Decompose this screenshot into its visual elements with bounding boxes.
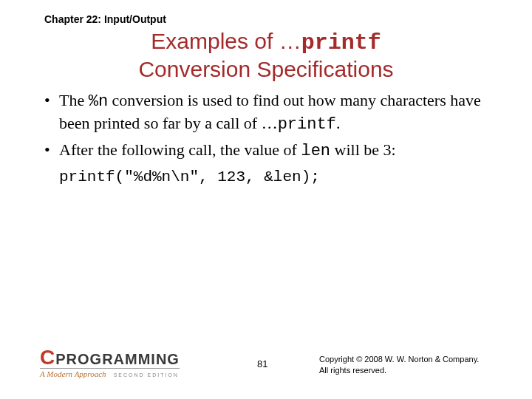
logo-c-letter: C	[40, 347, 54, 368]
bullet-item: After the following call, the value of l…	[41, 140, 492, 163]
inline-code: printf	[278, 115, 336, 134]
code-example: printf("%d%n\n", 123, &len);	[41, 167, 492, 187]
logo-edition: SECOND EDITION	[114, 372, 179, 378]
slide-title: Examples of …printf Conversion Specifica…	[0, 28, 532, 83]
chapter-label: Chapter 22: Input/Output	[44, 13, 166, 25]
bullet-item: The %n conversion is used to find out ho…	[41, 90, 492, 135]
logo-programming: PROGRAMMING	[55, 352, 180, 366]
content-area: The %n conversion is used to find out ho…	[41, 90, 492, 187]
page-number: 81	[257, 358, 267, 369]
title-code: printf	[301, 30, 381, 55]
copyright: Copyright © 2008 W. W. Norton & Company.…	[319, 354, 479, 375]
bullet-text: .	[336, 114, 341, 132]
inline-code: %n	[89, 92, 108, 111]
title-line2: Conversion Specifications	[0, 56, 532, 83]
inline-code: len	[301, 142, 330, 160]
bullet-text: will be 3:	[330, 140, 396, 159]
copyright-line: Copyright © 2008 W. W. Norton & Company.	[319, 354, 479, 364]
title-prefix: Examples of	[151, 29, 279, 53]
book-logo: CPROGRAMMING A Modern ApproachSECOND EDI…	[40, 347, 180, 378]
footer: CPROGRAMMING A Modern ApproachSECOND EDI…	[0, 341, 532, 378]
bullet-dots: …	[262, 114, 278, 132]
bullet-text: After the following call, the value of	[59, 140, 301, 159]
title-dots: …	[279, 29, 301, 53]
copyright-line: All rights reserved.	[319, 365, 479, 375]
logo-subtitle: A Modern Approach	[40, 369, 106, 378]
bullet-text: The	[59, 91, 89, 109]
